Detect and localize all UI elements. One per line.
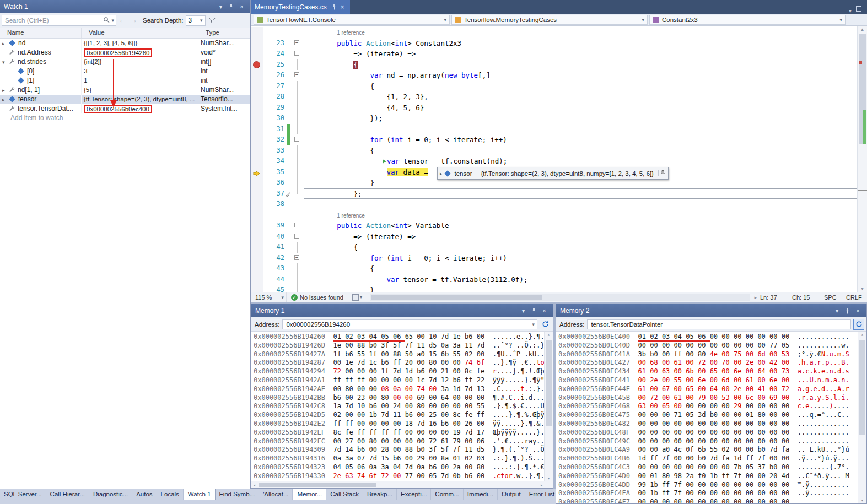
memory-byte[interactable]: 11: [465, 342, 477, 349]
tool-tab-diagnostic-[interactable]: Diagnostic...: [89, 489, 132, 500]
memory-byte[interactable]: 37: [757, 463, 769, 471]
memory-byte[interactable]: 00: [650, 446, 662, 453]
memory-byte[interactable]: d5: [477, 446, 489, 453]
breakpoint-gutter[interactable]: [251, 156, 263, 167]
memory-byte[interactable]: 00: [417, 437, 429, 445]
memory-byte[interactable]: b6: [465, 472, 477, 480]
collapse-icon[interactable]: [294, 51, 299, 56]
memory-byte[interactable]: 00: [638, 437, 650, 445]
memory-byte[interactable]: 00: [746, 489, 758, 497]
scrollbar-thumb[interactable]: [371, 295, 542, 300]
memory-byte[interactable]: 8c: [465, 367, 477, 375]
outline-margin[interactable]: [292, 70, 304, 81]
line-number[interactable]: 36: [263, 177, 287, 188]
memory-byte[interactable]: 02: [333, 411, 346, 419]
memory-byte[interactable]: 00: [698, 437, 710, 445]
memory-byte[interactable]: 4c: [674, 446, 686, 453]
code-text[interactable]: };: [304, 188, 858, 199]
watch-row[interactable]: [1]1int: [0, 76, 250, 85]
memory-byte[interactable]: 00: [757, 402, 769, 410]
memory-byte[interactable]: 6c: [746, 394, 758, 402]
memory-byte[interactable]: 80: [477, 463, 489, 471]
zoom-select[interactable]: 115 % ▾: [253, 292, 287, 302]
memory-byte[interactable]: 15: [381, 454, 393, 462]
memory-byte[interactable]: 00: [686, 429, 698, 436]
line-number[interactable]: 27: [263, 81, 287, 92]
datatip-popup[interactable]: ▸ tensor {tf.Tensor: shape=(2, 3), dtype…: [437, 167, 669, 180]
memory-byte[interactable]: ff: [333, 420, 346, 427]
chevron-down-icon[interactable]: ▾: [532, 322, 535, 327]
memory-byte[interactable]: 1b: [650, 481, 662, 489]
memory-byte[interactable]: 00: [429, 402, 441, 410]
memory-byte[interactable]: 00: [698, 489, 710, 497]
memory-byte[interactable]: 80: [381, 394, 393, 402]
memory-byte[interactable]: ff: [393, 429, 405, 436]
memory-byte[interactable]: 00: [686, 420, 698, 427]
line-number[interactable]: [263, 27, 287, 38]
outline-margin[interactable]: [292, 38, 304, 49]
memory-byte[interactable]: 71: [674, 411, 686, 419]
memory-byte[interactable]: 00: [393, 394, 405, 402]
memory-byte[interactable]: 00: [453, 420, 465, 427]
outline-margin[interactable]: [292, 177, 304, 188]
memory-byte[interactable]: ff: [721, 472, 734, 480]
memory-byte[interactable]: 00: [369, 394, 381, 402]
memory-byte[interactable]: 00: [698, 481, 710, 489]
memory-byte[interactable]: 04: [369, 333, 381, 342]
breakpoint-gutter[interactable]: [251, 102, 263, 113]
memory-byte[interactable]: 0a: [417, 463, 429, 471]
memory-byte[interactable]: 00: [710, 420, 722, 427]
memory-byte[interactable]: 7d: [381, 411, 393, 419]
memory-byte[interactable]: 00: [674, 420, 686, 427]
memory-byte[interactable]: 00: [710, 376, 722, 384]
memory-row[interactable]: 0x000002556B0EC441 00 2e 00 55 00 6e 00 …: [558, 376, 858, 385]
memory-byte[interactable]: 00: [357, 420, 369, 427]
memory-byte[interactable]: 00: [441, 429, 453, 436]
memory-byte[interactable]: 00: [746, 367, 758, 375]
memory-byte[interactable]: 00: [333, 437, 346, 445]
memory-byte[interactable]: 00: [333, 385, 346, 393]
breakpoint-gutter[interactable]: [251, 274, 263, 285]
tool-tab-immedi-[interactable]: Immedi...: [464, 489, 498, 500]
memory-byte[interactable]: 00: [662, 498, 674, 503]
memory-byte[interactable]: 61: [674, 394, 686, 402]
memory-byte[interactable]: 7d: [465, 429, 477, 436]
outline-margin[interactable]: [292, 263, 304, 274]
memory-byte[interactable]: 00: [417, 333, 429, 340]
memory-row[interactable]: 0x000002556B0EC41A 3b b0 00 ff 00 80 4e …: [558, 350, 858, 359]
memory-byte[interactable]: 23: [357, 394, 369, 402]
line-number[interactable]: 37: [263, 188, 287, 199]
memory-byte[interactable]: b6: [429, 463, 441, 471]
code-text[interactable]: var nd = np.array(new byte[,]: [304, 70, 858, 81]
memory-byte[interactable]: 00: [757, 489, 769, 497]
memory-byte[interactable]: 00: [405, 394, 417, 402]
memory-byte[interactable]: 74: [417, 385, 429, 393]
memory-byte[interactable]: 00: [746, 429, 758, 436]
memory-byte[interactable]: 42: [769, 359, 782, 366]
line-number[interactable]: [263, 210, 287, 221]
memory-byte[interactable]: 72: [698, 359, 710, 366]
memory-byte[interactable]: 00: [405, 402, 417, 410]
memory-byte[interactable]: 77: [769, 342, 782, 349]
line-number[interactable]: 32: [263, 134, 287, 145]
memory-byte[interactable]: 72: [650, 394, 662, 402]
code-text[interactable]: [304, 199, 858, 210]
memory-byte[interactable]: 1d: [405, 367, 417, 375]
line-number[interactable]: 34: [263, 156, 287, 167]
memory-byte[interactable]: 80: [369, 437, 381, 445]
memory-byte[interactable]: 00: [769, 489, 782, 497]
memory-byte[interactable]: 00: [746, 420, 758, 427]
memory-byte[interactable]: 53: [721, 394, 734, 402]
memory-byte[interactable]: 00: [686, 463, 698, 471]
memory-byte[interactable]: 05: [746, 463, 758, 471]
memory-byte[interactable]: 8c: [333, 429, 346, 436]
memory2-vscrollbar[interactable]: ▴ ▾: [858, 332, 866, 503]
memory-byte[interactable]: 63: [345, 472, 357, 480]
memory-byte[interactable]: 7d: [369, 454, 381, 462]
line-number[interactable]: 30: [263, 113, 287, 124]
memory-byte[interactable]: 00: [710, 394, 722, 402]
memory-byte[interactable]: 00: [710, 402, 722, 410]
memory-byte[interactable]: 00: [662, 359, 674, 366]
memory-byte[interactable]: 00: [698, 429, 710, 436]
breakpoint-gutter[interactable]: [251, 70, 263, 81]
